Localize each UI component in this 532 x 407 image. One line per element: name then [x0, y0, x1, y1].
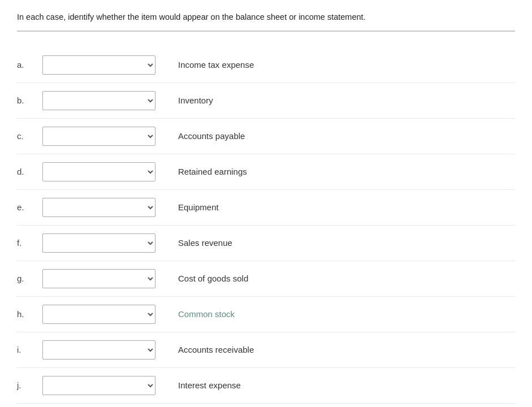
question-select-i[interactable]: Balance SheetIncome Statement [42, 340, 155, 360]
question-text-g: Cost of goods sold [178, 274, 248, 283]
question-label-h: h. [17, 309, 42, 319]
question-select-g[interactable]: Balance SheetIncome Statement [42, 269, 155, 288]
question-select-d[interactable]: Balance SheetIncome Statement [42, 162, 155, 181]
question-text-j: Interest expense [178, 380, 241, 390]
question-select-j[interactable]: Balance SheetIncome Statement [42, 376, 155, 395]
question-text-f: Sales revenue [178, 238, 232, 248]
question-label-a: a. [17, 60, 42, 70]
question-select-f[interactable]: Balance SheetIncome Statement [42, 233, 155, 253]
instructions-text: In each case, identify whether the item … [17, 11, 515, 32]
question-row-j: j.Balance SheetIncome StatementInterest … [17, 368, 515, 404]
question-text-e: Equipment [178, 202, 219, 212]
question-row-h: h.Balance SheetIncome StatementCommon st… [17, 297, 515, 332]
question-label-g: g. [17, 274, 42, 283]
question-row-c: c.Balance SheetIncome StatementAccounts … [17, 119, 515, 154]
question-select-b[interactable]: Balance SheetIncome Statement [42, 91, 155, 110]
question-text-h: Common stock [178, 309, 235, 319]
question-label-c: c. [17, 131, 42, 141]
question-list: a.Balance SheetIncome StatementIncome ta… [17, 47, 515, 404]
question-text-b: Inventory [178, 96, 213, 105]
question-row-i: i.Balance SheetIncome StatementAccounts … [17, 332, 515, 368]
question-text-d: Retained earnings [178, 167, 247, 176]
question-row-b: b.Balance SheetIncome StatementInventory [17, 83, 515, 119]
question-row-f: f.Balance SheetIncome StatementSales rev… [17, 226, 515, 261]
question-label-f: f. [17, 238, 42, 248]
question-select-e[interactable]: Balance SheetIncome Statement [42, 198, 155, 217]
question-label-b: b. [17, 96, 42, 105]
question-row-g: g.Balance SheetIncome StatementCost of g… [17, 261, 515, 297]
question-label-d: d. [17, 167, 42, 176]
question-select-h[interactable]: Balance SheetIncome Statement [42, 305, 155, 324]
question-label-j: j. [17, 380, 42, 390]
question-row-d: d.Balance SheetIncome StatementRetained … [17, 154, 515, 190]
question-select-c[interactable]: Balance SheetIncome Statement [42, 127, 155, 146]
question-row-e: e.Balance SheetIncome StatementEquipment [17, 190, 515, 226]
question-row-a: a.Balance SheetIncome StatementIncome ta… [17, 47, 515, 83]
question-text-c: Accounts payable [178, 131, 245, 141]
question-text-i: Accounts receivable [178, 345, 254, 354]
question-label-i: i. [17, 345, 42, 354]
question-label-e: e. [17, 202, 42, 212]
question-select-a[interactable]: Balance SheetIncome Statement [42, 55, 155, 75]
question-text-a: Income tax expense [178, 60, 254, 70]
